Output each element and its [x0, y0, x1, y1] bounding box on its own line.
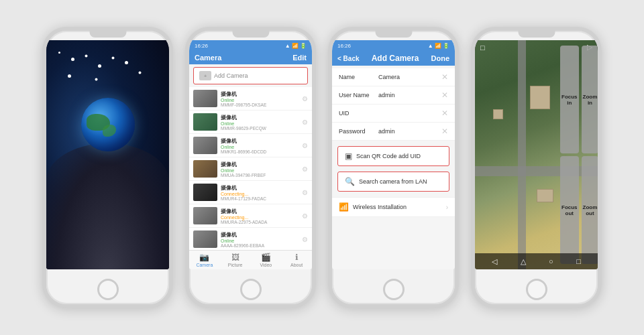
search-icon: 🔍: [345, 177, 355, 186]
form-row-username: User Name admin ✕: [332, 86, 455, 105]
phone-3: 16:26 ▲ 📶 🔋 < Back Add Camera Done Name …: [328, 27, 459, 308]
camera-item-3[interactable]: 摄像机 Online MMKR1-86996-6DCDD ⚙: [189, 134, 312, 157]
form-row-name: Name Camera ✕: [332, 68, 455, 86]
signal-icons: ▲ 📶 🔋: [285, 43, 307, 49]
about-tab-icon: ℹ: [295, 253, 299, 262]
camera-item-6[interactable]: 摄像机 Connecting... MMURA-22975-ADADA ⚙: [189, 204, 312, 228]
scan-qr-button[interactable]: ▣ Scan QR Code add UID: [337, 146, 449, 166]
android-back-icon[interactable]: ◁: [492, 257, 497, 266]
tab-camera[interactable]: 📷 Camera: [189, 253, 220, 267]
home-button-2[interactable]: [240, 279, 262, 300]
video-tab-icon: 🎬: [261, 253, 271, 262]
cam-info-5: 摄像机 Connecting... MMUR4-17129-FADAC: [221, 184, 299, 201]
nav-title: Camera: [195, 54, 221, 62]
edit-button[interactable]: Edit: [292, 54, 307, 62]
ptz-controls: Focus in Zoom in Focus out Zoom out: [557, 40, 598, 269]
uid-clear-icon[interactable]: ✕: [441, 109, 448, 118]
camera-list: 摄像机 Online MMMF-098795-DKSAE ⚙ 摄像机 Onlin…: [189, 87, 312, 250]
cam-uid-7: AAAA-829966-EEBAA: [221, 243, 299, 248]
cam-name-2: 摄像机: [221, 114, 299, 121]
cam-status-4: Online: [221, 168, 299, 173]
cam-status-1: Online: [221, 98, 299, 103]
add-camera-row[interactable]: + Add Camera: [193, 67, 308, 84]
wifi-icon: 📶: [339, 202, 349, 212]
add-camera-plus-icon: +: [199, 71, 211, 80]
name-clear-icon[interactable]: ✕: [441, 72, 448, 82]
building-3: [493, 109, 503, 119]
home-button[interactable]: [97, 279, 119, 300]
video-tab-label: Video: [260, 263, 272, 267]
password-value[interactable]: admin: [378, 128, 439, 135]
home-button-4[interactable]: [526, 279, 547, 300]
android-recents-icon[interactable]: ○: [549, 257, 553, 265]
fullscreen-icon[interactable]: □: [480, 44, 485, 52]
settings-icon-3[interactable]: ⚙: [302, 142, 308, 149]
camera-item-2[interactable]: 摄像机 Online MMMR-98629-PECQW ⚙: [189, 111, 312, 134]
building-1: [530, 86, 550, 109]
settings-icon-2[interactable]: ⚙: [302, 119, 308, 126]
settings-icon-1[interactable]: ⚙: [302, 95, 308, 103]
status-bar-3: 16:26 ▲ 📶 🔋: [332, 40, 455, 51]
form-row-uid: UID ✕: [332, 105, 455, 123]
search-lan-label: Search camera from LAN: [359, 178, 427, 185]
username-clear-icon[interactable]: ✕: [441, 90, 448, 100]
camera-item-4[interactable]: 摄像机 Online MMUA-394798-FRBEF ⚙: [189, 157, 312, 181]
android-menu-icon[interactable]: □: [576, 257, 581, 265]
bottom-tabs: 📷 Camera 🖼 Picture 🎬 Video ℹ About: [189, 250, 312, 269]
wireless-label: Wireless Installation: [353, 204, 407, 210]
settings-icon-7[interactable]: ⚙: [302, 236, 308, 243]
cam-uid-5: MMUR4-17129-FADAC: [221, 196, 299, 201]
zoom-in-button[interactable]: Zoom in: [582, 46, 598, 153]
settings-icon-5[interactable]: ⚙: [302, 189, 308, 196]
wireless-installation-row[interactable]: 📶 Wireless Installation ›: [332, 197, 455, 217]
name-label: Name: [339, 74, 376, 80]
settings-icon-6[interactable]: ⚙: [302, 212, 308, 220]
focus-zoom-row-1: Focus in Zoom in: [560, 46, 595, 153]
cam-status-3: Online: [221, 145, 299, 149]
username-value[interactable]: admin: [378, 92, 439, 98]
focus-in-button[interactable]: Focus in: [560, 46, 579, 153]
camera-item-1[interactable]: 摄像机 Online MMMF-098795-DKSAE ⚙: [189, 87, 312, 111]
camera-view-screen: □ ▷ Focus in Zoom in Focus out Zoom out …: [475, 40, 598, 269]
moon-surface: [46, 143, 169, 269]
cam-status-6: Connecting...: [221, 215, 299, 220]
tab-about[interactable]: ℹ About: [281, 253, 312, 267]
camera-tab-label: Camera: [196, 263, 213, 267]
add-camera-label: Add Camera: [214, 72, 248, 79]
password-clear-icon[interactable]: ✕: [441, 127, 448, 136]
cam-name-5: 摄像机: [221, 184, 299, 192]
cam-info-7: 摄像机 Online AAAA-829966-EEBAA: [221, 231, 299, 248]
cam-uid-6: MMURA-22975-ADADA: [221, 220, 299, 224]
uid-label: UID: [339, 110, 376, 117]
name-value[interactable]: Camera: [378, 74, 439, 80]
back-button[interactable]: < Back: [337, 55, 360, 62]
picture-tab-label: Picture: [228, 263, 243, 267]
android-home-icon[interactable]: △: [521, 257, 526, 266]
cam-thumb-7: [193, 230, 217, 248]
camera-item-5[interactable]: 摄像机 Connecting... MMUR4-17129-FADAC ⚙: [189, 181, 312, 204]
cam-name-3: 摄像机: [221, 137, 299, 145]
cam-info-6: 摄像机 Connecting... MMURA-22975-ADADA: [221, 208, 299, 224]
tab-picture[interactable]: 🖼 Picture: [220, 253, 251, 267]
cam-info-4: 摄像机 Online MMUA-394798-FRBEF: [221, 161, 299, 178]
cam-thumb-3: [193, 137, 217, 154]
road-vertical: [518, 40, 526, 269]
done-button[interactable]: Done: [431, 54, 450, 62]
zoom-out-button[interactable]: Zoom out: [582, 156, 598, 264]
phone-2: 16:26 ▲ 📶 🔋 Camera Edit + Add Camera 摄像机…: [185, 27, 316, 308]
settings-icon-4[interactable]: ⚙: [302, 165, 308, 173]
home-button-3[interactable]: [383, 279, 405, 300]
focus-out-button[interactable]: Focus out: [560, 156, 579, 264]
time-3: 16:26: [337, 43, 351, 49]
earth-land-2: [103, 125, 116, 137]
add-camera-screen: 16:26 ▲ 📶 🔋 < Back Add Camera Done Name …: [332, 40, 455, 269]
phone-4: □ ▷ Focus in Zoom in Focus out Zoom out …: [471, 27, 602, 308]
cam-name-6: 摄像机: [221, 208, 299, 215]
cam-thumb-2: [193, 113, 217, 131]
search-lan-button[interactable]: 🔍 Search camera from LAN: [337, 172, 449, 192]
camera-tab-icon: 📷: [199, 253, 209, 262]
cam-status-2: Online: [221, 121, 299, 126]
camera-item-7[interactable]: 摄像机 Online AAAA-829966-EEBAA ⚙: [189, 228, 312, 250]
cam-info-2: 摄像机 Online MMMR-98629-PECQW: [221, 114, 299, 131]
tab-video[interactable]: 🎬 Video: [251, 253, 282, 267]
